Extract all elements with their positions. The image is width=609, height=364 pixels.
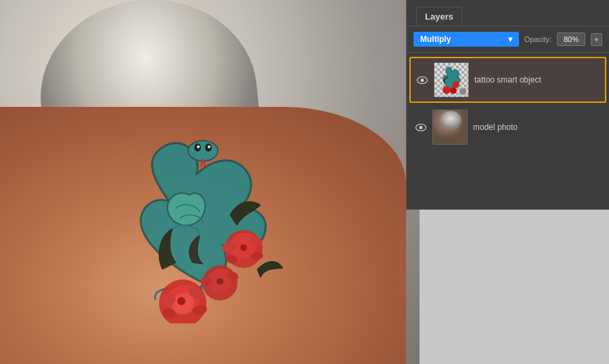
svg-point-29 [420,126,423,129]
svg-point-32 [440,111,461,130]
opacity-chevron[interactable]: ▾ [591,33,602,46]
svg-point-0 [188,141,218,161]
svg-point-19 [200,277,212,286]
svg-point-26 [453,81,459,88]
blend-mode-chevron: ▾ [508,35,512,44]
opacity-label: Opacity: [524,35,551,43]
layers-tab[interactable]: Layers [416,7,462,26]
svg-point-3 [197,145,200,148]
svg-point-17 [240,244,247,251]
blend-mode-label: Multiply [420,35,451,44]
layer-item-tattoo[interactable]: tattoo smart object [409,57,606,103]
opacity-input[interactable] [557,32,585,46]
svg-point-11 [177,297,185,305]
visibility-icon-model[interactable] [415,122,427,132]
layer-name-model: model photo [473,122,601,132]
layer-thumbnail-tattoo [434,62,469,97]
layer-name-tattoo: tattoo smart object [474,75,600,85]
layers-list: tattoo smart object [407,53,609,154]
panel-header: Layers [407,0,609,26]
layer-thumbnail-model [432,110,468,145]
layers-panel: Layers Multiply ▾ Opacity: ▾ [406,0,609,210]
svg-point-25 [443,86,451,94]
svg-point-21 [217,278,223,285]
blend-mode-dropdown[interactable]: Multiply ▾ [413,32,519,47]
svg-point-4 [208,145,210,148]
blend-mode-row: Multiply ▾ Opacity: ▾ [407,26,609,53]
visibility-icon-tattoo[interactable] [416,75,428,85]
layer-item-model[interactable]: model photo [409,104,606,150]
smart-object-icon [459,88,466,95]
svg-point-27 [450,87,457,94]
tattoo-overlay [95,93,311,323]
svg-point-23 [421,78,424,82]
